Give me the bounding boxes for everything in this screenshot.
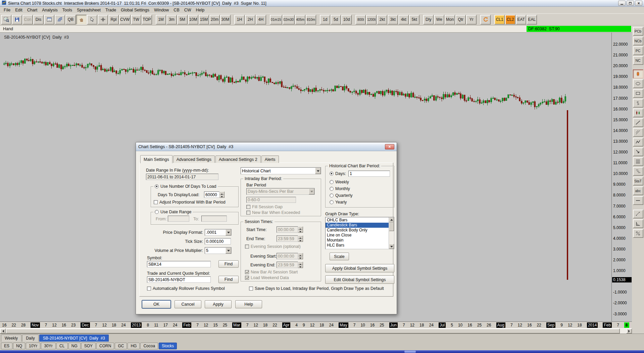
tick-size-input[interactable]: 0.000100 [205, 238, 231, 245]
scroll-down-icon[interactable] [389, 244, 394, 249]
chevron-down-icon[interactable] [226, 248, 231, 254]
toolbar-20m-button[interactable]: 20m [209, 15, 220, 25]
toolbar-cl2-button[interactable]: CL2 [505, 15, 515, 25]
graph-draw-type-list[interactable]: OHLC BarsCandlestick BarsCandlestick Bod… [325, 217, 394, 249]
toolbar-2kt-button[interactable]: 2kt [377, 15, 387, 25]
trade-symbol-find-button[interactable]: Find [218, 276, 239, 283]
spin-down-icon[interactable] [219, 195, 225, 198]
toolbar-405m-button[interactable]: 405m [295, 15, 305, 25]
list-scroll-thumb[interactable] [389, 222, 394, 231]
symbol-tab-hg[interactable]: HG [128, 343, 140, 349]
chevron-down-icon[interactable] [315, 168, 321, 174]
save-defaults-checkbox[interactable] [249, 286, 253, 291]
scroll-right-icon[interactable] [626, 328, 632, 334]
toolbar-con-button[interactable]: Con [22, 15, 33, 25]
symbol-tab-cl[interactable]: CL [56, 343, 68, 349]
toolbar-yr-button[interactable]: Yr [466, 15, 477, 25]
apply-button[interactable]: Apply [205, 300, 232, 308]
symbol-input[interactable]: SBK14 [147, 261, 211, 267]
days-to-load-spinner[interactable] [219, 191, 225, 198]
chart-settings-button[interactable] [44, 15, 54, 25]
trade-symbol-input[interactable]: SB-201405-NYBOT [147, 276, 211, 283]
menu-cw[interactable]: CW [182, 7, 194, 13]
toolbar-tw-button[interactable]: TW [131, 15, 141, 25]
symbol-tab-stocks[interactable]: Stocks [159, 343, 177, 349]
tab-advanced-settings[interactable]: Advanced Settings [173, 156, 215, 163]
dialog-titlebar[interactable]: Chart Settings - SB-201405-NYBOT [CV] Da… [136, 142, 397, 151]
symbol-tab-30yr[interactable]: 30Yr [41, 343, 55, 349]
scroll-left-icon[interactable] [0, 328, 6, 334]
ruler-tool-button[interactable] [633, 210, 643, 218]
use-days-radio[interactable] [155, 184, 159, 188]
chart-magnifier-button[interactable] [1, 15, 11, 25]
list-scrollbar[interactable] [389, 217, 394, 249]
toolbar-we-button[interactable]: We [434, 15, 444, 25]
toolbar-top-button[interactable]: TOP [142, 15, 152, 25]
tool-pc-button[interactable]: PC [633, 46, 643, 55]
ok-button[interactable]: OK [142, 300, 171, 308]
toolbar-10d-button[interactable]: 10d [341, 15, 352, 25]
menu-global-settings[interactable]: Global Settings [118, 7, 152, 13]
days-count-input[interactable]: 1 [348, 171, 390, 177]
price-scale[interactable]: 22.000021.000020.000019.000018.000017.00… [611, 33, 632, 321]
maximize-button[interactable] [627, 1, 634, 6]
angle-tool-button[interactable] [633, 219, 643, 228]
hand-button[interactable] [76, 15, 87, 25]
quarterly-radio[interactable] [330, 193, 334, 197]
adjust-proportional-checkbox[interactable] [154, 200, 158, 204]
menu-tools[interactable]: Tools [60, 7, 75, 13]
menu-analysis[interactable]: Analysis [40, 7, 60, 13]
tool-ncb-button[interactable]: NCb [633, 37, 643, 45]
apply-global-symbol-settings-button[interactable]: Apply Global Symbol Settings [325, 264, 394, 272]
dialog-close-button[interactable]: × [385, 144, 394, 149]
volume-multiplier-dropdown[interactable]: 5 [205, 247, 232, 254]
symbol-find-button[interactable]: Find [218, 260, 239, 268]
tab-alerts[interactable]: Alerts [261, 156, 279, 163]
toolbar-1200t-button[interactable]: 1200t [366, 15, 377, 25]
use-date-range-radio[interactable] [155, 210, 159, 214]
toolbar-02m30-button[interactable]: 02m30 [283, 15, 295, 25]
days-radio[interactable] [330, 172, 334, 176]
symbol-tab-nq[interactable]: NQ [13, 343, 25, 349]
save-button[interactable] [12, 15, 22, 25]
toolbar-dis-button[interactable]: Dis [33, 15, 44, 25]
tab-main-settings[interactable]: Main Settings [140, 155, 172, 163]
scrollbar-thumb[interactable] [6, 328, 620, 334]
toolbar-qtr-button[interactable]: Qtr [455, 15, 466, 25]
symbol-tab-10yr[interactable]: 10Yr [26, 343, 40, 349]
tool-pcb-button[interactable]: PCb [633, 27, 643, 36]
levels-tool-button[interactable] [633, 167, 643, 176]
hlc-tool-button[interactable] [633, 99, 643, 107]
spin-up-icon[interactable] [219, 191, 225, 195]
toolbar-rpl-button[interactable]: Rpl [108, 15, 119, 25]
toolbar-810m-button[interactable]: 810m [306, 15, 316, 25]
edit-global-symbol-settings-button[interactable]: Edit Global Symbol Settings [325, 275, 394, 284]
arrow-tool-button[interactable] [633, 147, 643, 156]
toolbar-cvw-button[interactable]: CVW [119, 15, 131, 25]
toolbar-3kt-button[interactable]: 3kt [388, 15, 398, 25]
chart-tab-daily[interactable]: Daily [22, 335, 39, 342]
toolbar-2h-button[interactable]: 2H [245, 15, 255, 25]
toolbar-10m-button[interactable]: 10M [188, 15, 198, 25]
tab-advanced-settings-2[interactable]: Advanced Settings 2 [215, 156, 261, 163]
minimize-button[interactable] [618, 1, 626, 6]
candlestick-tool-button[interactable] [633, 70, 643, 78]
help-button[interactable]: Help [235, 300, 262, 308]
chart-tab-weekly[interactable]: Weekly [1, 335, 21, 342]
ellipse-tool-button[interactable] [633, 79, 643, 88]
graph-type-candlestick-bars[interactable]: Candlestick Bars [326, 223, 389, 228]
windows-taskbar[interactable] [0, 350, 644, 353]
symbol-tab-soy[interactable]: SOY [81, 343, 96, 349]
taskbar-item[interactable] [404, 351, 416, 353]
tool-nc-button[interactable]: NC [633, 56, 643, 65]
toolbar-4kt-button[interactable]: 4kt [398, 15, 409, 25]
fib-tool-button[interactable] [633, 157, 643, 166]
menu-help[interactable]: Help [194, 7, 207, 13]
tool-stat-button[interactable]: StaT [633, 177, 643, 185]
ray-tool-button[interactable] [633, 128, 643, 137]
toolbar-eat-button[interactable]: EAT [516, 15, 526, 25]
menu-file[interactable]: File [1, 7, 13, 13]
toolbar-5kt-button[interactable]: 5kt [409, 15, 419, 25]
weekly-radio[interactable] [330, 180, 334, 184]
chevron-down-icon[interactable] [226, 229, 231, 235]
